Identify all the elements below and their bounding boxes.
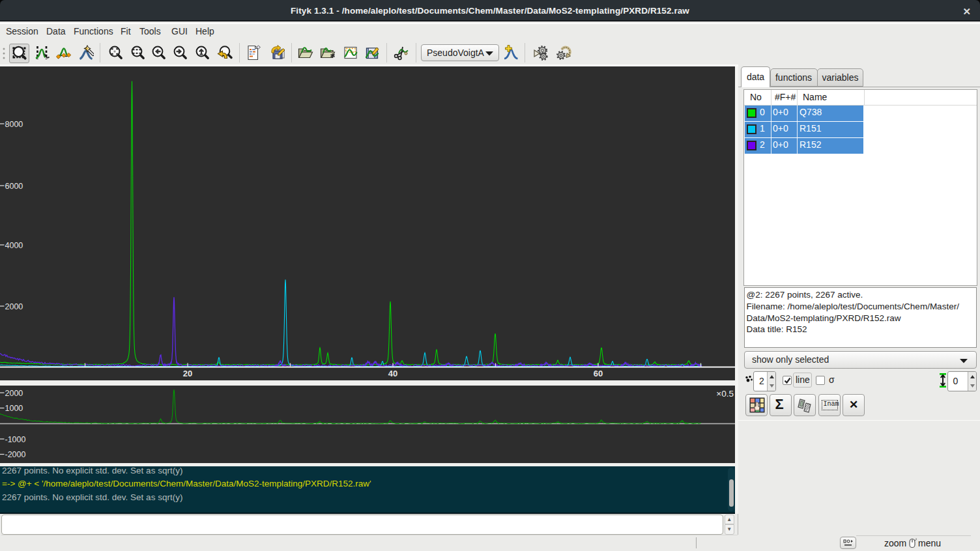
svg-text:8000: 8000 — [5, 120, 23, 129]
svg-text:20: 20 — [183, 369, 192, 378]
svg-text:4000: 4000 — [5, 241, 23, 250]
svg-text:2000: 2000 — [5, 389, 23, 398]
svg-text:6000: 6000 — [5, 182, 23, 191]
svg-text:-1000: -1000 — [5, 435, 26, 444]
svg-text:×0.5: ×0.5 — [716, 389, 734, 399]
svg-text:40: 40 — [388, 369, 397, 378]
svg-text:-2000: -2000 — [5, 450, 26, 459]
svg-text:1000: 1000 — [5, 404, 23, 413]
svg-text:60: 60 — [594, 369, 603, 378]
svg-text:2000: 2000 — [5, 302, 23, 311]
